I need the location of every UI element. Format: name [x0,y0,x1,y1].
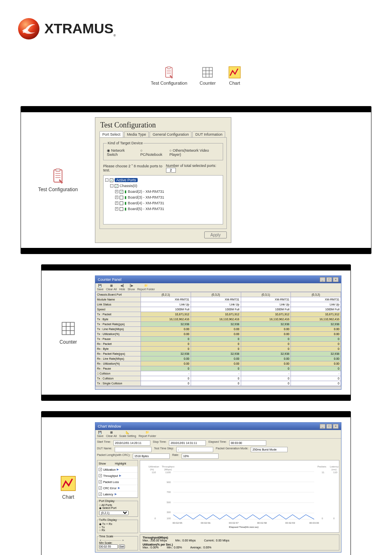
set-button[interactable]: Set [119,544,125,549]
start-time: 2010/12/01 14:20:11 [113,440,150,446]
section-chart: Chart Chart Window _ □ × 💾Save ▦Clear A [41,411,351,555]
svg-text:(Mbps): (Mbps) [164,468,172,471]
svg-text:Packets: Packets [318,465,327,468]
rate: 10% [182,453,219,459]
logo-text: XTRAMUS® [44,21,116,37]
chart-line-icon [60,475,76,492]
port-count-field [166,168,176,173]
tool-show[interactable]: ┃▶Show [127,284,135,291]
minimize-icon[interactable]: _ [320,424,325,429]
checkbox[interactable]: ✓ [99,493,102,496]
top-icon-label: Test Configuration [151,81,187,86]
tool-report-folder[interactable]: 📁Report Folder [138,431,156,437]
stats-box: Throughput(Mbps) Max.: 200.00 Mbps Min.:… [140,534,339,550]
svg-text:700: 700 [167,491,171,493]
svg-rect-11 [229,67,240,78]
clipboard-icon [50,168,66,184]
checkbox[interactable]: ✓ [99,474,102,477]
radio-others[interactable]: ○ Others(Network Video Player) [169,148,219,157]
svg-text:1100: 1100 [165,471,171,474]
tab-general-config[interactable]: General Configuration [150,131,191,137]
svg-rect-1 [166,67,172,77]
logo-icon [16,16,41,41]
svg-text:00:02:56: 00:02:56 [201,522,211,524]
tool-scale[interactable]: 📐Scale Setting [119,431,136,437]
radio-select-port[interactable]: ◉ Select Port [99,506,136,510]
chart-line-icon [228,66,241,79]
target-legend: Kind of Target Device [107,141,143,145]
tool-report-folder[interactable]: 📁Report Folder [137,284,155,291]
counter-panel: Counter Panel _ □ × 💾Save ▦Clear All ◀┃H… [95,275,341,390]
tool-save[interactable]: 💾Save [97,431,104,437]
clipboard-icon [162,66,175,79]
svg-text:0: 0 [154,517,156,520]
svg-text:100: 100 [167,517,171,520]
svg-text:0: 0 [333,517,335,520]
minimize-icon[interactable]: _ [320,277,325,282]
tool-save[interactable]: 💾Save [97,284,104,291]
port-tree[interactable]: -✓Active Ports -✓Chassis(0) +✓▮Board(2) … [103,175,223,224]
panel-title: Chart Window [98,424,121,428]
play-icon[interactable]: ▶ [119,474,121,477]
gen-mode: 250ms Burst Mode [251,447,288,452]
tab-dut-info[interactable]: DUT Information [192,131,225,137]
radio-all-ports[interactable]: ○ All Ports [99,504,136,506]
maximize-icon[interactable]: □ [326,277,332,282]
svg-text:500: 500 [167,501,171,504]
side-label: Test Configuration [38,187,78,192]
stop-time: 2010/12/01 14:31:11 [169,440,206,446]
port-count-label: Number of total selected ports: [166,164,217,168]
radio-txrx[interactable]: ◉ Tx + Rx [99,523,136,526]
svg-text:300: 300 [167,511,171,513]
svg-text:00:02:58: 00:02:58 [257,522,267,524]
svg-text:00:02:59: 00:02:59 [285,522,295,524]
tool-clearall[interactable]: ▦Clear All [106,431,117,437]
apply-button[interactable]: Apply [204,231,227,238]
checkbox[interactable]: ✓ [99,468,102,471]
radio-rx[interactable]: ○ Rx [99,529,136,532]
svg-text:Utilization: Utilization [148,465,159,468]
top-icon-label: Counter [200,81,216,86]
play-icon[interactable]: ▶ [115,493,117,496]
tab-media-type[interactable]: Media Type [124,131,149,137]
svg-text:900: 900 [167,481,171,483]
port-display-fieldset: Port Display ○ All Ports ◉ Select Port (… [97,500,138,517]
logo: XTRAMUS® [16,16,376,41]
close-icon[interactable]: × [333,277,339,282]
chart-plot: Utilization(%) Throughput(Mbps) Packets … [140,460,339,533]
side-label: Counter [60,339,77,345]
svg-text:(%): (%) [150,468,154,471]
port-select[interactable]: (0,2,1) [99,511,129,515]
test-config-panel: Test Configuration Port Select Media Typ… [95,117,231,243]
side-label: Chart [62,494,74,500]
scrollbar[interactable] [95,386,341,389]
panel-title: Test Configuration [95,118,231,131]
checkbox[interactable]: ✓ [99,486,102,490]
pkt-len: 1518 Bytes [133,453,170,459]
counter-table: Chassis.Board.Port(0,2,1)(0,3,2)(0,3,1)(… [95,292,341,386]
radio-pc-notebook[interactable]: ○ PC/Notebook [140,148,164,157]
top-icon-test-config[interactable]: Test Configuration [151,66,187,86]
tab-port-select[interactable]: Port Select [99,131,123,137]
checkbox[interactable]: ✓ [99,480,102,483]
tool-clearall[interactable]: ▦Clear All [106,284,117,291]
svg-text:110: 110 [152,471,156,474]
radio-tx[interactable]: ○ Tx [99,526,136,529]
target-device-fieldset: Kind of Target Device ◉ Network Switch ○… [103,141,223,160]
port-instr: Please choose 2 ˜ 8 module ports to test… [103,164,166,172]
play-icon[interactable]: ▶ [118,486,120,490]
panel-title: Counter Panel [98,278,122,282]
top-icon-counter[interactable]: Counter [200,66,216,86]
grid-icon [201,66,214,79]
radio-network-switch[interactable]: ◉ Network Switch [107,148,135,157]
top-icon-chart[interactable]: Chart [228,66,241,86]
svg-rect-2 [167,67,171,69]
top-icon-label: Chart [229,81,240,86]
tool-hide[interactable]: ◀┃Hide [119,284,125,291]
close-icon[interactable]: × [333,424,339,429]
svg-text:(ms): (ms) [332,468,337,471]
maximize-icon[interactable]: □ [326,424,332,429]
minscale-input[interactable] [99,544,118,549]
svg-text:Latency: Latency [330,465,339,468]
play-icon[interactable]: ▶ [117,468,119,471]
